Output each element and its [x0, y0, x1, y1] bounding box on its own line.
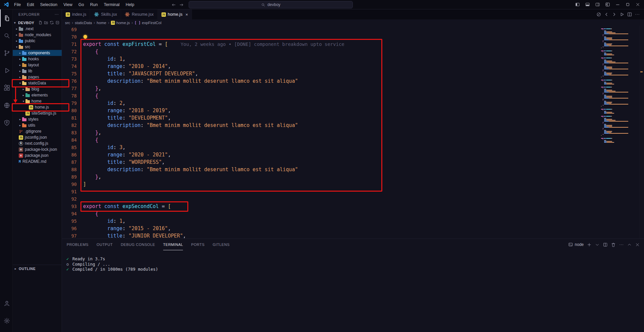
- panel-tab-ports[interactable]: PORTS: [191, 239, 204, 250]
- breadcrumb-item-staticdata[interactable]: staticData: [75, 21, 92, 25]
- panel-left-button[interactable]: [572, 0, 582, 9]
- menu-view[interactable]: View: [60, 0, 75, 9]
- toggle-inline-blame-icon[interactable]: [596, 12, 601, 17]
- more-actions-icon[interactable]: [635, 12, 640, 17]
- tree-item-next[interactable]: ▸.next: [13, 26, 62, 32]
- menu-help[interactable]: Help: [123, 0, 137, 9]
- tree-item-layout[interactable]: ▸layout: [13, 62, 62, 68]
- tree-item-hooks[interactable]: ▸hooks: [13, 56, 62, 62]
- menu-run[interactable]: Run: [87, 0, 101, 9]
- command-center-search[interactable]: devboy: [189, 1, 353, 8]
- tree-item-node-modules[interactable]: ▸node_modules: [13, 32, 62, 38]
- panel-tab-output[interactable]: OUTPUT: [96, 239, 113, 250]
- chevron-up-icon[interactable]: [627, 242, 632, 247]
- tree-item-pages[interactable]: ▸pages: [13, 74, 62, 80]
- tab-home-js[interactable]: JShome.js×: [158, 9, 192, 19]
- tree-item-components[interactable]: ▸components: [13, 50, 62, 56]
- tree-item-staticdata[interactable]: ▾staticData: [13, 80, 62, 86]
- activity-remote[interactable]: [0, 96, 13, 114]
- minimap[interactable]: [601, 26, 639, 143]
- tab-resume-jsx[interactable]: Resume.jsx: [121, 9, 157, 19]
- menu-edit[interactable]: Edit: [24, 0, 37, 9]
- tree-item-package-lock-json[interactable]: npackage-lock.json: [13, 146, 62, 152]
- code-line: },: [83, 85, 597, 92]
- panel-bottom-button[interactable]: [582, 0, 592, 9]
- new-folder-icon[interactable]: [44, 20, 48, 25]
- close-button[interactable]: [633, 0, 643, 9]
- breadcrumb-separator: ›: [108, 20, 109, 25]
- twistie: ▸: [18, 63, 22, 67]
- tree-item-blog[interactable]: ▸blog: [13, 86, 62, 92]
- activity-source-control[interactable]: [0, 44, 13, 62]
- twistie: ▸: [18, 69, 22, 73]
- add-icon[interactable]: [587, 242, 592, 247]
- collapse-all-icon[interactable]: [55, 20, 60, 25]
- tree-item-elements[interactable]: ▸elements: [13, 92, 62, 98]
- tree-item-lib[interactable]: ▸lib: [13, 68, 62, 74]
- tab-label: index.js: [72, 12, 86, 17]
- tree-item-styles[interactable]: ▸styles: [13, 116, 62, 122]
- navigate-back-icon[interactable]: [604, 12, 609, 17]
- search-icon: [3, 32, 10, 39]
- close-tab-icon[interactable]: ×: [185, 12, 188, 17]
- tree-item-jsconfig-json[interactable]: JSjsconfig.json: [13, 134, 62, 140]
- project-header[interactable]: ▾ DEVBOY: [13, 19, 62, 26]
- close-icon[interactable]: [635, 242, 640, 247]
- menu-file[interactable]: File: [11, 0, 24, 9]
- tree-item-src[interactable]: ▾src: [13, 44, 62, 50]
- activity-run-debug[interactable]: [0, 62, 13, 79]
- breadcrumb-item-home[interactable]: home: [96, 21, 106, 25]
- title-bar: FileEditSelectionViewGoRunTerminalHelp d…: [0, 0, 644, 9]
- activity-gitlens[interactable]: [0, 114, 13, 131]
- tree-item-label: node_modules: [25, 32, 51, 37]
- panel-tab-terminal[interactable]: TERMINAL: [163, 239, 183, 250]
- line-number: 93: [62, 203, 77, 210]
- code-line: range: "2015 - 2016",: [83, 225, 597, 232]
- tree-item-readme-md[interactable]: MREADME.md: [13, 158, 62, 164]
- tree-item-package-json[interactable]: npackage.json: [13, 152, 62, 158]
- more-actions-icon[interactable]: [619, 242, 624, 247]
- lightbulb-icon[interactable]: [83, 35, 87, 39]
- activity-extensions[interactable]: [0, 79, 13, 96]
- navigate-forward-icon[interactable]: [611, 12, 617, 17]
- run-icon[interactable]: [619, 12, 625, 17]
- breadcrumb-item-home-js[interactable]: JShome.js: [111, 21, 130, 25]
- breadcrumb-item-src[interactable]: src: [65, 21, 70, 25]
- tree-item-gitignore[interactable]: .gitignore: [13, 128, 62, 134]
- split-editor-icon[interactable]: [603, 242, 608, 247]
- layout-customize-button[interactable]: [602, 0, 613, 9]
- tab-skills-jsx[interactable]: Skills.jsx: [90, 9, 121, 19]
- refresh-icon[interactable]: [50, 20, 54, 25]
- menu-terminal[interactable]: Terminal: [101, 0, 123, 9]
- panel-tab-problems[interactable]: PROBLEMS: [67, 239, 88, 250]
- tree-item-home-js[interactable]: JShome.js: [13, 104, 62, 110]
- tree-item-home[interactable]: ▾home: [13, 98, 62, 104]
- activity-bar-bottom: [0, 294, 12, 332]
- activity-explorer[interactable]: [0, 9, 13, 27]
- terminal-profile[interactable]: node: [568, 242, 584, 247]
- maximize-button[interactable]: [623, 0, 633, 9]
- menu-selection[interactable]: Selection: [37, 0, 60, 9]
- trash-icon[interactable]: [611, 242, 616, 247]
- panel-tab-debug-console[interactable]: DEBUG CONSOLE: [121, 239, 155, 250]
- split-editor-icon[interactable]: [627, 12, 632, 17]
- tree-item-public[interactable]: ▸public: [13, 38, 62, 44]
- history-back-icon[interactable]: [171, 2, 176, 7]
- activity-account[interactable]: [0, 294, 13, 312]
- chevron-down-icon[interactable]: [595, 242, 600, 247]
- panel-right-button[interactable]: [592, 0, 602, 9]
- new-file-icon[interactable]: [38, 20, 43, 25]
- minimize-button[interactable]: [613, 0, 623, 9]
- explorer-more-icon[interactable]: [54, 12, 59, 17]
- tree-item-sitesettings-js[interactable]: JSsiteSettings.js: [13, 110, 62, 116]
- tab-index-js[interactable]: JSindex.js: [62, 9, 90, 19]
- tree-item-next-config-js[interactable]: Nnext.config.js: [13, 140, 62, 146]
- panel-tab-gitlens[interactable]: GITLENS: [213, 239, 230, 250]
- menu-go[interactable]: Go: [75, 0, 87, 9]
- outline-section[interactable]: ▸ OUTLINE: [13, 265, 62, 272]
- history-forward-icon[interactable]: [179, 2, 184, 7]
- tree-item-utils[interactable]: ▸utils: [13, 122, 62, 128]
- activity-search[interactable]: [0, 27, 13, 44]
- breadcrumb-item-expfirstcol[interactable]: [ ]expFirstCol: [135, 21, 162, 25]
- activity-settings-gear[interactable]: [0, 312, 13, 329]
